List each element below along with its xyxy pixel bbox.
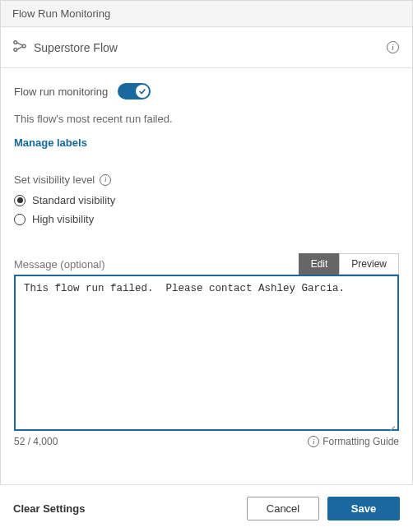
visibility-label-text: Set visibility level [14,173,95,186]
clear-settings-button[interactable]: Clear Settings [13,502,85,515]
formatting-guide-text: Formatting Guide [323,436,399,447]
toggle-label: Flow run monitoring [14,86,108,98]
flow-subheader: Superstore Flow i [1,27,412,68]
cancel-button[interactable]: Cancel [247,497,319,520]
dialog-footer: Clear Settings Cancel Save [0,484,413,532]
visibility-radio-group: Standard visibility High visibility [14,194,399,225]
message-textarea-wrap [14,275,399,431]
radio-input[interactable] [14,195,26,206]
svg-point-2 [22,44,26,48]
dialog-title: Flow Run Monitoring [12,7,110,20]
save-button[interactable]: Save [327,497,400,520]
radio-label: High visibility [32,213,94,225]
svg-point-0 [14,41,17,44]
visibility-section-label: Set visibility level i [14,173,399,186]
flow-icon [12,39,27,56]
message-textarea[interactable] [16,276,397,429]
info-icon[interactable]: i [387,41,399,53]
formatting-guide-link[interactable]: i Formatting Guide [308,436,399,447]
visibility-info-icon[interactable]: i [100,174,111,186]
manage-labels-link[interactable]: Manage labels [14,136,87,149]
radio-label: Standard visibility [32,194,115,206]
info-icon: i [308,436,319,447]
monitoring-toggle[interactable] [118,83,151,99]
radio-input[interactable] [14,214,26,225]
radio-high-visibility[interactable]: High visibility [14,213,399,225]
status-text: This flow's most recent run failed. [14,113,399,125]
svg-point-1 [14,49,17,52]
radio-standard-visibility[interactable]: Standard visibility [14,194,399,206]
message-tabs: Edit Preview [299,253,399,275]
message-label: Message (optional) [14,258,105,275]
tab-preview[interactable]: Preview [339,253,399,275]
flow-name: Superstore Flow [34,41,118,54]
dialog-header: Flow Run Monitoring [1,1,412,27]
char-count: 52 / 4,000 [14,436,58,447]
tab-edit[interactable]: Edit [299,253,340,275]
